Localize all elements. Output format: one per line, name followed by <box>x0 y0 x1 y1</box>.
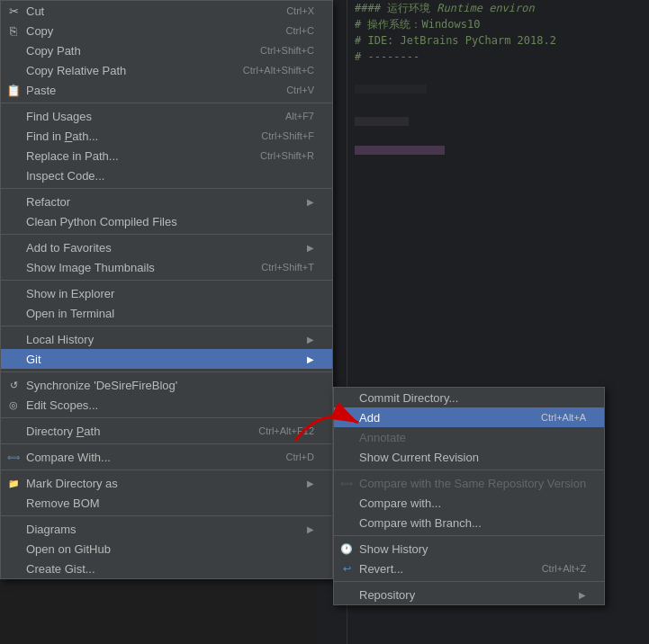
menu-label-diagrams: Diagrams <box>26 523 77 536</box>
menu-item-copy-path[interactable]: Copy Path Ctrl+Shift+C <box>1 40 332 60</box>
menu-item-inspect-code[interactable]: Inspect Code... <box>1 165 332 185</box>
menu-item-local-history[interactable]: Local History ▶ <box>1 329 332 349</box>
submenu-item-compare-with-branch[interactable]: Compare with Branch... <box>334 513 604 532</box>
submenu-item-show-history[interactable]: 🕐 Show History <box>334 539 604 559</box>
menu-item-compare-with[interactable]: ⟺ Compare With... Ctrl+D <box>1 447 332 467</box>
menu-item-replace-in-path[interactable]: Replace in Path... Ctrl+Shift+R <box>1 146 332 165</box>
menu-label-show-in-explorer: Show in Explorer <box>26 287 114 300</box>
menu-label-local-history: Local History <box>26 333 94 346</box>
menu-label-synchronize: Synchronize 'DeSireFireBlog' <box>26 379 177 392</box>
submenu-item-commit-directory[interactable]: Commit Directory... <box>334 388 604 407</box>
menu-item-show-in-explorer[interactable]: Show in Explorer <box>1 283 332 303</box>
shortcut-copy: Ctrl+C <box>259 25 314 36</box>
menu-item-remove-bom[interactable]: Remove BOM <box>1 493 332 513</box>
menu-item-create-gist[interactable]: Create Gist... <box>1 559 332 578</box>
separator-3 <box>1 234 332 235</box>
submenu-item-annotate[interactable]: Annotate <box>334 427 604 447</box>
menu-label-inspect-code: Inspect Code... <box>26 169 104 183</box>
submenu-item-compare-same-repo[interactable]: ⟺ Compare with the Same Repository Versi… <box>334 473 604 493</box>
menu-label-mark-directory-as: Mark Directory as <box>26 477 118 490</box>
menu-item-synchronize[interactable]: ↺ Synchronize 'DeSireFireBlog' <box>1 375 332 395</box>
shortcut-paste: Ctrl+V <box>259 85 314 95</box>
compare-disabled-icon: ⟺ <box>339 476 354 490</box>
revert-icon: ↩ <box>339 561 354 576</box>
submenu-label-repository: Repository <box>359 588 415 602</box>
separator-6 <box>1 371 332 372</box>
shortcut-copy-path: Ctrl+Shift+C <box>233 45 314 56</box>
menu-item-show-image-thumbnails[interactable]: Show Image Thumbnails Ctrl+Shift+T <box>1 257 332 277</box>
menu-label-open-on-github: Open on GitHub <box>26 542 111 556</box>
local-history-arrow-icon: ▶ <box>307 335 314 344</box>
git-arrow-icon: ▶ <box>307 354 314 364</box>
menu-item-directory-path[interactable]: Directory Path Ctrl+Alt+F12 <box>1 421 332 441</box>
git-submenu: Commit Directory... + Add Ctrl+Alt+A Ann… <box>333 387 605 605</box>
submenu-label-compare-with-branch: Compare with Branch... <box>359 516 482 530</box>
compare-icon: ⟺ <box>6 450 21 464</box>
separator-9 <box>1 470 332 470</box>
menu-item-edit-scopes[interactable]: ◎ Edit Scopes... <box>1 395 332 415</box>
shortcut-find-in-path: Ctrl+Shift+F <box>234 130 314 141</box>
menu-item-paste[interactable]: 📋 Paste Ctrl+V <box>1 80 332 100</box>
menu-label-open-in-terminal: Open in Terminal <box>26 307 114 320</box>
separator-1 <box>1 103 332 103</box>
mark-dir-arrow-icon: ▶ <box>307 479 314 488</box>
menu-item-mark-directory-as[interactable]: 📁 Mark Directory as ▶ <box>1 473 332 493</box>
git-submenu-separator-1 <box>334 470 604 470</box>
menu-item-find-usages[interactable]: Find Usages Alt+F7 <box>1 106 332 126</box>
shortcut-revert: Ctrl+Alt+Z <box>515 563 587 574</box>
scope-icon: ◎ <box>6 398 21 412</box>
menu-label-copy-relative-path: Copy Relative Path <box>26 64 126 77</box>
separator-7 <box>1 417 332 418</box>
shortcut-find-usages: Alt+F7 <box>258 111 314 121</box>
menu-item-find-in-path[interactable]: Find in Path... Ctrl+Shift+F <box>1 126 332 146</box>
separator-4 <box>1 280 332 281</box>
submenu-label-compare-same-repo: Compare with the Same Repository Version <box>359 477 586 490</box>
separator-8 <box>1 443 332 444</box>
add-to-favorites-arrow-icon: ▶ <box>307 243 314 253</box>
refactor-arrow-icon: ▶ <box>307 197 314 207</box>
diagrams-arrow-icon: ▶ <box>307 524 314 534</box>
paste-icon: 📋 <box>6 83 21 97</box>
shortcut-replace-in-path: Ctrl+Shift+R <box>233 150 314 161</box>
menu-label-find-in-path: Find in Path... <box>26 130 98 143</box>
menu-label-create-gist: Create Gist... <box>26 562 95 576</box>
history-icon: 🕐 <box>339 541 354 556</box>
submenu-label-show-history: Show History <box>359 542 428 556</box>
submenu-label-annotate: Annotate <box>359 431 406 444</box>
menu-item-open-in-terminal[interactable]: Open in Terminal <box>1 303 332 323</box>
repository-arrow-icon: ▶ <box>579 590 586 600</box>
submenu-item-revert[interactable]: ↩ Revert... Ctrl+Alt+Z <box>334 559 604 578</box>
menu-label-copy-path: Copy Path <box>26 44 81 58</box>
submenu-item-repository[interactable]: Repository ▶ <box>334 585 604 604</box>
menu-item-clean-python[interactable]: Clean Python Compiled Files <box>1 211 332 231</box>
mark-dir-icon: 📁 <box>6 476 21 490</box>
menu-label-paste: Paste <box>26 84 56 97</box>
menu-label-refactor: Refactor <box>26 195 70 209</box>
git-submenu-separator-3 <box>334 581 604 582</box>
menu-item-add-to-favorites[interactable]: Add to Favorites ▶ <box>1 237 332 257</box>
menu-item-refactor[interactable]: Refactor ▶ <box>1 192 332 211</box>
menu-item-copy[interactable]: ⎘ Copy Ctrl+C <box>1 21 332 40</box>
menu-label-compare-with: Compare With... <box>26 451 111 464</box>
menu-item-diagrams[interactable]: Diagrams ▶ <box>1 519 332 539</box>
menu-item-copy-relative-path[interactable]: Copy Relative Path Ctrl+Alt+Shift+C <box>1 60 332 80</box>
shortcut-add: Ctrl+Alt+A <box>514 412 586 423</box>
menu-item-cut[interactable]: ✂ Cut Ctrl+X <box>1 1 332 21</box>
menu-label-cut: Cut <box>26 4 44 18</box>
cut-icon: ✂ <box>6 4 21 18</box>
submenu-item-add[interactable]: + Add Ctrl+Alt+A <box>334 407 604 427</box>
shortcut-directory-path: Ctrl+Alt+F12 <box>231 425 314 436</box>
menu-item-git[interactable]: Git ▶ <box>1 349 332 369</box>
context-menu: ✂ Cut Ctrl+X ⎘ Copy Ctrl+C Copy Path Ctr… <box>0 0 333 579</box>
shortcut-copy-relative-path: Ctrl+Alt+Shift+C <box>216 65 314 76</box>
shortcut-show-image-thumbnails: Ctrl+Shift+T <box>234 262 314 273</box>
submenu-label-compare-with: Compare with... <box>359 496 441 510</box>
separator-10 <box>1 515 332 516</box>
menu-label-find-usages: Find Usages <box>26 110 92 123</box>
menu-item-open-on-github[interactable]: Open on GitHub <box>1 539 332 559</box>
sync-icon: ↺ <box>6 378 21 392</box>
submenu-item-compare-with[interactable]: Compare with... <box>334 493 604 513</box>
submenu-item-show-current-revision[interactable]: Show Current Revision <box>334 447 604 467</box>
menu-label-clean-python: Clean Python Compiled Files <box>26 215 177 228</box>
submenu-label-revert: Revert... <box>359 562 403 576</box>
